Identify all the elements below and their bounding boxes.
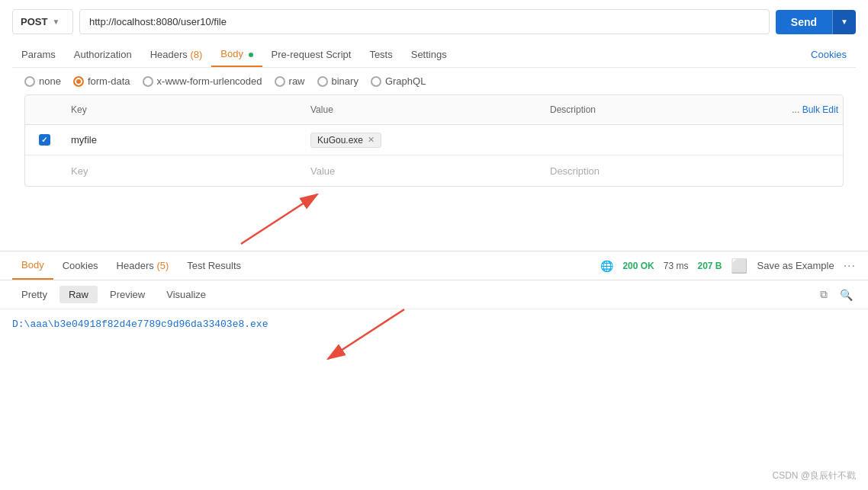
- row-value-cell: KuGou.exe ✕: [303, 127, 542, 154]
- response-arrow-svg: [0, 294, 458, 370]
- page-wrapper: POST ▼ Send ▼ Params Authorization Heade…: [0, 0, 868, 490]
- resp-headers-badge: (5): [156, 260, 169, 271]
- radio-graphql-label: GraphQL: [385, 75, 426, 87]
- response-time: 73 ms: [664, 261, 689, 271]
- empty-description-cell[interactable]: Description: [542, 159, 782, 183]
- method-chevron-icon: ▼: [52, 18, 59, 26]
- col-description: Description: [542, 101, 782, 118]
- svg-line-1: [241, 194, 317, 244]
- cookies-link[interactable]: Cookies: [802, 43, 856, 66]
- radio-binary[interactable]: binary: [317, 75, 358, 87]
- body-type-row: none form-data x-www-form-urlencoded raw…: [12, 68, 856, 94]
- radio-circle-urlencoded: [143, 76, 153, 87]
- row-actions-cell: [782, 134, 843, 146]
- request-tabs-row: Params Authorization Headers (8) Body Pr…: [12, 42, 856, 68]
- more-options-icon[interactable]: ···: [844, 259, 856, 273]
- watermark: CSDN @良辰针不戳: [772, 469, 856, 482]
- empty-key-cell[interactable]: Key: [63, 159, 303, 183]
- save-icon: ⬜: [731, 258, 747, 274]
- radio-none[interactable]: none: [24, 75, 61, 87]
- radio-raw[interactable]: raw: [275, 75, 305, 87]
- response-meta: 🌐 200 OK 73 ms 207 B ⬜ Save as Example ·…: [600, 258, 856, 274]
- table-row: myfile KuGou.exe ✕: [25, 125, 843, 155]
- send-btn-group: Send ▼: [776, 10, 856, 34]
- copy-icon[interactable]: ⧉: [817, 285, 831, 304]
- top-section: POST ▼ Send ▼ Params Authorization Heade…: [0, 0, 868, 187]
- tab-headers[interactable]: Headers (8): [141, 43, 212, 66]
- response-arrow-area: [0, 355, 868, 378]
- tab-authorization[interactable]: Authorization: [65, 43, 141, 66]
- radio-none-label: none: [39, 75, 61, 87]
- body-dot: [249, 53, 253, 57]
- radio-circle-none: [24, 76, 35, 87]
- arrow-annotation: [12, 187, 856, 248]
- col-key: Key: [63, 101, 303, 118]
- row-checkbox-cell: [25, 128, 63, 152]
- response-size: 207 B: [697, 261, 722, 271]
- col-more: ... Bulk Edit: [782, 101, 843, 118]
- radio-urlencoded[interactable]: x-www-form-urlencoded: [143, 75, 262, 87]
- bottom-section: Body Cookies Headers (5) Test Results 🌐 …: [0, 251, 868, 378]
- status-badge: 200 OK: [622, 261, 654, 271]
- row-key: myfile: [71, 134, 97, 146]
- tab-params[interactable]: Params: [12, 43, 65, 66]
- arrow-area: [12, 187, 856, 248]
- empty-checkbox-cell: [25, 165, 63, 177]
- globe-icon: 🌐: [600, 260, 613, 272]
- send-chevron-button[interactable]: ▼: [832, 10, 856, 34]
- radio-circle-graphql: [371, 76, 381, 87]
- method-select[interactable]: POST ▼: [12, 9, 73, 34]
- search-icon[interactable]: 🔍: [837, 286, 856, 304]
- col-checkbox: [25, 101, 63, 118]
- radio-urlencoded-label: x-www-form-urlencoded: [157, 75, 262, 87]
- more-icon: ...: [792, 104, 799, 115]
- file-tag-close[interactable]: ✕: [368, 135, 375, 145]
- file-tag: KuGou.exe ✕: [310, 133, 381, 148]
- radio-raw-label: raw: [289, 75, 305, 87]
- tab-tests[interactable]: Tests: [360, 43, 401, 66]
- send-button[interactable]: Send: [776, 10, 832, 34]
- url-input[interactable]: [79, 9, 770, 34]
- radio-circle-raw: [275, 76, 285, 87]
- radio-form-data-label: form-data: [88, 75, 130, 87]
- file-tag-name: KuGou.exe: [317, 135, 363, 146]
- format-tab-actions: ⧉ 🔍: [817, 285, 856, 304]
- tab-body[interactable]: Body: [211, 42, 262, 67]
- table-empty-row: Key Value Description: [25, 155, 843, 186]
- resp-tab-test-results[interactable]: Test Results: [178, 252, 250, 279]
- resp-tab-headers[interactable]: Headers (5): [108, 252, 178, 279]
- col-value: Value: [303, 101, 542, 118]
- radio-circle-form-data: [73, 76, 84, 87]
- tab-settings[interactable]: Settings: [402, 43, 456, 66]
- table-header: Key Value Description ... Bulk Edit: [25, 95, 843, 125]
- row-description-cell: [542, 134, 782, 146]
- tab-pre-request[interactable]: Pre-request Script: [262, 43, 361, 66]
- empty-actions-cell: [782, 165, 843, 177]
- radio-binary-label: binary: [332, 75, 358, 87]
- save-as-example-button[interactable]: Save as Example: [757, 260, 834, 271]
- radio-graphql[interactable]: GraphQL: [371, 75, 426, 87]
- url-bar: POST ▼ Send ▼: [12, 9, 856, 34]
- row-checkbox[interactable]: [39, 134, 50, 146]
- method-text: POST: [21, 16, 47, 27]
- bulk-edit-btn[interactable]: Bulk Edit: [802, 104, 838, 115]
- resp-tab-cookies[interactable]: Cookies: [53, 252, 108, 279]
- radio-form-data[interactable]: form-data: [73, 75, 130, 87]
- radio-circle-binary: [317, 76, 328, 87]
- row-key-cell: myfile: [63, 128, 303, 152]
- svg-line-3: [328, 309, 404, 359]
- params-table: Key Value Description ... Bulk Edit myfi…: [24, 94, 844, 187]
- headers-badge: (8): [190, 49, 202, 60]
- resp-tab-body[interactable]: Body: [12, 251, 53, 280]
- empty-value-cell[interactable]: Value: [303, 159, 542, 183]
- response-tabs-row: Body Cookies Headers (5) Test Results 🌐 …: [0, 251, 868, 280]
